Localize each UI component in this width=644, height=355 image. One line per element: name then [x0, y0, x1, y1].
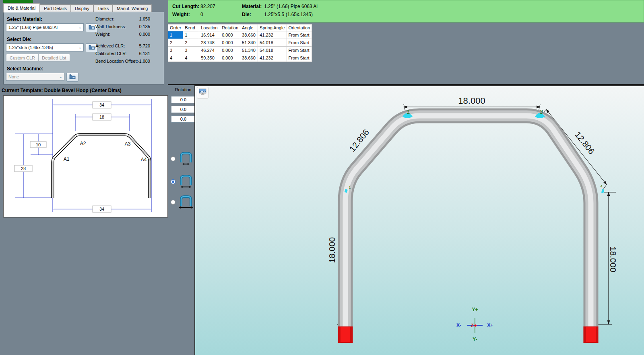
tab-display[interactable]: Display [71, 4, 93, 12]
rotation-title: Rotation [170, 87, 196, 92]
col-spring-angle[interactable]: Spring Angle [258, 25, 287, 31]
rotation-input-2[interactable] [171, 106, 196, 113]
folder-icon [89, 44, 95, 51]
cell[interactable]: 0.000 [220, 54, 240, 62]
select-die-label: Select Die: [7, 37, 31, 42]
bend-location-offset-value: -1.080 [123, 59, 150, 64]
weight-label: Weight: [172, 12, 190, 17]
select-machine-label: Select Machine: [7, 66, 43, 72]
chevron-down-icon: ⌄ [78, 45, 82, 49]
col-orientation[interactable]: Orientation [287, 25, 312, 31]
cell[interactable]: 0.000 [220, 47, 240, 54]
cell[interactable]: 0.000 [220, 31, 240, 39]
cell[interactable]: From Start [287, 54, 312, 62]
col-order[interactable]: Order [168, 25, 183, 31]
die-value: 1.25"x5.5 (1.65x.1345) [264, 12, 313, 17]
select-material-label: Select Material: [7, 16, 42, 22]
dim-left-value[interactable]: 28 [21, 166, 26, 171]
cell[interactable]: From Start [287, 47, 312, 54]
hoop-inside-dims-icon [178, 151, 194, 168]
cell[interactable]: 2 [183, 39, 199, 47]
hoop-outside-dims-icon [178, 194, 194, 211]
dim-bottom-value[interactable]: 34 [99, 207, 104, 211]
table-row[interactable]: 4 4 59.350 0.000 38.660 41.232 From Star… [168, 54, 312, 62]
folder-icon [69, 74, 76, 81]
display-settings-button[interactable] [197, 87, 208, 98]
monitor-icon [199, 88, 206, 97]
bend-marker-4[interactable] [601, 189, 604, 193]
tab-manuf-warning[interactable]: Manuf. Warning [113, 4, 152, 12]
summary-bar: Cut Length: 82.207 Weight: 0 Material: 1… [168, 0, 644, 23]
bend-table-header: Order Bend Location Rotation Angle Sprin… [168, 25, 312, 31]
cell[interactable]: 1 [183, 31, 199, 39]
cell[interactable]: 0.000 [220, 39, 240, 47]
cell[interactable]: 38.660 [240, 54, 258, 62]
cell[interactable]: 3 [183, 47, 199, 54]
col-angle[interactable]: Angle [240, 25, 258, 31]
cell[interactable]: 51.340 [240, 39, 258, 47]
3d-part-render[interactable]: 2 3 1 4 18.000 12.806 12.806 18.000 18.0… [194, 85, 644, 355]
cell[interactable]: From Start [287, 31, 312, 39]
chevron-down-icon: ⌄ [59, 75, 62, 79]
bend-number-4: 4 [600, 184, 602, 188]
cell[interactable]: 59.350 [199, 54, 220, 62]
radio-center-dims[interactable] [171, 179, 175, 184]
cell-order-selected[interactable]: 1 [168, 31, 183, 39]
cell[interactable]: 41.232 [258, 31, 287, 39]
wall-thickness-value: 0.135 [123, 24, 150, 29]
cell[interactable]: 46.274 [199, 47, 220, 54]
material-label: Material: [242, 4, 262, 9]
weight-value: 0.000 [123, 32, 150, 37]
tab-tasks[interactable]: Tasks [93, 4, 113, 12]
material-dropdown[interactable]: 1.25" (1.66) Pipe 6063 Al ⌄ [6, 23, 84, 31]
bend-label-a4: A4 [141, 157, 147, 162]
cut-length-label: Cut Length: [172, 4, 199, 9]
machine-dropdown-value: None [8, 74, 19, 79]
machine-library-button[interactable] [66, 73, 78, 82]
cell[interactable]: 4 [168, 54, 183, 62]
dim-mid-value[interactable]: 18 [99, 115, 104, 119]
radio-inside-dims[interactable] [171, 156, 175, 161]
cell[interactable]: 51.340 [240, 47, 258, 54]
top-green-strip [3, 0, 33, 3]
cell[interactable]: From Start [287, 39, 312, 47]
cell[interactable]: 54.018 [258, 39, 287, 47]
dim-top-value[interactable]: 34 [99, 103, 104, 107]
dim-top-tube: 18.000 [458, 96, 485, 106]
cell[interactable]: 4 [183, 54, 199, 62]
material-dropdown-value: 1.25" (1.66) Pipe 6063 Al [8, 25, 58, 30]
col-location[interactable]: Location [199, 25, 220, 31]
col-rotation[interactable]: Rotation [220, 25, 240, 31]
cell[interactable]: 54.018 [258, 47, 287, 54]
bend-table: Order Bend Location Rotation Angle Sprin… [168, 24, 312, 62]
cut-length-value: 82.207 [200, 4, 215, 9]
axis-y-plus: Y+ [472, 307, 478, 312]
cell[interactable]: 41.232 [258, 54, 287, 62]
wall-thickness-label: Wall Thickness: [95, 24, 126, 29]
dim-right-leg: 18.000 [609, 246, 618, 272]
cell[interactable]: 16.914 [199, 31, 220, 39]
axis-y-minus: Y- [473, 337, 477, 342]
table-row[interactable]: 1 1 16.914 0.000 38.660 41.232 From Star… [168, 31, 312, 39]
detailed-list-button[interactable]: Detailed List [38, 54, 70, 62]
cell[interactable]: 28.748 [199, 39, 220, 47]
dim-ten-value[interactable]: 10 [36, 142, 41, 147]
radio-outside-dims[interactable] [171, 200, 175, 205]
die-material-panel: Select Material: 1.25" (1.66) Pipe 6063 … [3, 12, 164, 84]
tab-part-details[interactable]: Part Details [40, 4, 71, 12]
cell[interactable]: 38.660 [240, 31, 258, 39]
die-dropdown[interactable]: 1.25"x5.5 (1.65x.1345) ⌄ [6, 43, 84, 51]
custom-clr-button[interactable]: Custom CLR [6, 54, 39, 62]
machine-dropdown[interactable]: None ⌄ [6, 73, 64, 81]
rotation-input-1[interactable] [171, 96, 196, 103]
rotation-input-3[interactable] [171, 115, 196, 123]
diameter-value: 1.650 [123, 16, 150, 21]
table-row[interactable]: 2 2 28.748 0.000 51.340 54.018 From Star… [168, 39, 312, 47]
tube[interactable] [345, 116, 591, 343]
tab-die-material[interactable]: Die & Material [3, 3, 40, 12]
hoop-center-dims-icon [178, 174, 194, 191]
col-bend[interactable]: Bend [183, 25, 199, 31]
cell[interactable]: 3 [168, 47, 183, 54]
table-row[interactable]: 3 3 46.274 0.000 51.340 54.018 From Star… [168, 47, 312, 54]
cell[interactable]: 2 [168, 39, 183, 47]
